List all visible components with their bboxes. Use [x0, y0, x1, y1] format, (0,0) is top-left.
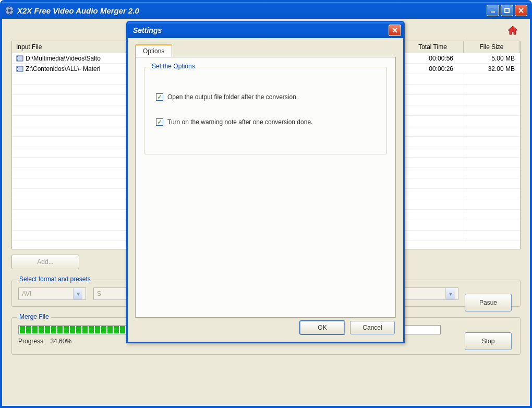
app-icon: [5, 6, 14, 15]
checkbox-icon: ✓: [156, 93, 163, 101]
svg-rect-12: [17, 56, 18, 57]
file-time: 00:00:26: [402, 64, 464, 74]
options-fieldset: Set the Options ✓ Open the output file f…: [144, 67, 387, 154]
maximize-button[interactable]: [501, 5, 513, 16]
chevron-down-icon: ▾: [73, 288, 82, 299]
svg-point-4: [6, 10, 7, 11]
video-file-icon: [16, 65, 23, 73]
preset-combo-value: S: [97, 290, 101, 297]
progress-value: 34,60%: [50, 338, 71, 345]
svg-rect-6: [491, 11, 495, 13]
pause-button[interactable]: Pasue: [465, 294, 512, 311]
settings-dialog: Settings Options Set the Options ✓ Open …: [126, 21, 405, 343]
cancel-button[interactable]: Cancel: [350, 321, 395, 334]
svg-point-3: [9, 13, 10, 14]
add-button[interactable]: Add...: [11, 255, 79, 269]
dialog-title: Settings: [133, 26, 389, 34]
file-name: Z:\Contenidos\ALL\- Materi: [26, 65, 100, 73]
minimize-button[interactable]: [487, 5, 499, 16]
svg-rect-15: [17, 67, 18, 68]
format-legend: Select format and presets: [17, 275, 93, 283]
file-name: D:\Multimedia\Videos\Salto: [26, 55, 101, 62]
svg-rect-16: [17, 70, 18, 71]
ok-button[interactable]: OK: [300, 321, 345, 334]
window-title: X2X Free Video Audio Merger 2.0: [17, 6, 487, 15]
merge-legend: Merge File: [17, 313, 51, 320]
format-combo[interactable]: AVI ▾: [18, 287, 86, 300]
option-label: Open the output file folder after the co…: [167, 93, 298, 101]
dialog-titlebar: Settings: [128, 22, 403, 38]
progress-label: Progress:: [18, 338, 45, 345]
chevron-down-icon: ▾: [445, 288, 455, 299]
stop-button[interactable]: Stop: [465, 332, 512, 350]
column-total-time[interactable]: Total Time: [402, 41, 464, 53]
checkbox-icon: ✓: [156, 118, 163, 126]
svg-marker-10: [508, 26, 517, 34]
tab-page: Set the Options ✓ Open the output file f…: [135, 57, 396, 318]
svg-point-5: [11, 10, 13, 11]
file-size: 32.00 MB: [464, 64, 520, 74]
file-size: 5.00 MB: [464, 54, 520, 63]
tab-options[interactable]: Options: [135, 44, 172, 57]
video-file-icon: [16, 55, 23, 62]
option-warning-note[interactable]: ✓ Turn on the warning note after one con…: [156, 118, 376, 126]
options-legend: Set the Options: [150, 63, 197, 70]
column-file-size[interactable]: File Size: [464, 41, 520, 53]
file-time: 00:00:56: [402, 54, 464, 63]
svg-point-1: [8, 9, 11, 12]
svg-point-2: [9, 7, 10, 8]
home-icon[interactable]: [507, 25, 518, 37]
option-label: Turn on the warning note after one conve…: [167, 118, 312, 126]
close-button[interactable]: [515, 5, 527, 16]
option-open-output-folder[interactable]: ✓ Open the output file folder after the …: [156, 93, 376, 101]
svg-rect-13: [17, 59, 18, 61]
dialog-close-button[interactable]: [389, 25, 401, 36]
svg-rect-7: [505, 8, 509, 13]
titlebar: X2X Free Video Audio Merger 2.0: [2, 2, 530, 19]
format-combo-value: AVI: [22, 290, 31, 297]
